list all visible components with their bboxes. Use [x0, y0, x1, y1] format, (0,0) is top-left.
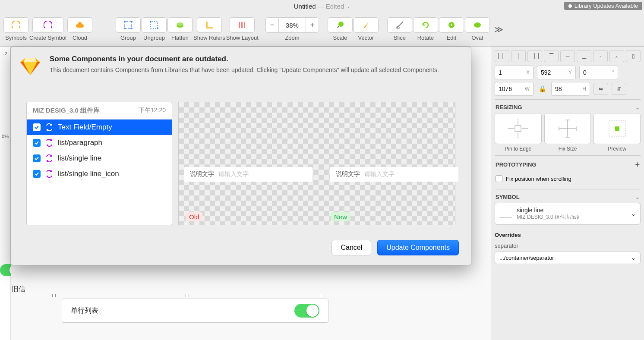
- align-center-h-button[interactable]: │: [511, 50, 526, 62]
- dot-icon: [568, 4, 572, 8]
- scale-label: Scale: [333, 35, 347, 41]
- rotate-label: Rotate: [417, 35, 434, 41]
- align-bottom-button[interactable]: ▁: [577, 50, 591, 62]
- resizing-header[interactable]: RESIZING⌄: [495, 99, 641, 113]
- zoom-out-button[interactable]: −: [265, 17, 278, 33]
- angle-input[interactable]: °: [579, 66, 618, 79]
- toolbar: Symbols Create Symbol Cloud Group Ungrou…: [0, 12, 644, 47]
- library-updates-badge[interactable]: Library Updates Available: [564, 2, 642, 10]
- component-item[interactable]: list/single line_icon: [27, 166, 172, 182]
- checkbox[interactable]: [33, 123, 41, 131]
- vector-label: Vector: [358, 35, 374, 41]
- row-toggle[interactable]: [294, 304, 319, 318]
- cloud-label: Cloud: [73, 35, 87, 41]
- align-right-button[interactable]: ▕▕: [527, 50, 542, 62]
- height-input[interactable]: H: [551, 82, 590, 96]
- symbol-selector[interactable]: single line MIZ DESIG_3.0 组件库/list/ ⌄: [495, 203, 641, 225]
- symbol-path: MIZ DESIG_3.0 组件库/list/: [517, 214, 627, 221]
- toolbar-overflow-button[interactable]: ≫: [491, 24, 507, 35]
- svg-point-2: [131, 21, 133, 22]
- svg-rect-5: [151, 22, 158, 28]
- fix-size-control[interactable]: [544, 113, 591, 144]
- svg-rect-11: [241, 22, 243, 28]
- svg-point-16: [451, 24, 452, 26]
- component-item[interactable]: list/single line: [27, 151, 172, 166]
- group-button[interactable]: [116, 17, 141, 33]
- show-layout-label: Show Layout: [226, 35, 259, 41]
- checkbox[interactable]: [496, 175, 502, 182]
- checkbox[interactable]: [33, 154, 41, 162]
- lock-icon[interactable]: 🔓: [537, 85, 548, 92]
- show-layout-button[interactable]: [230, 17, 255, 33]
- update-components-dialog: Some Components in your document are out…: [10, 47, 471, 265]
- oval-button[interactable]: [465, 17, 490, 33]
- align-left-button[interactable]: ▏▏: [495, 50, 509, 62]
- edit-button[interactable]: [439, 17, 464, 33]
- zoom-in-button[interactable]: +: [306, 17, 319, 33]
- rotate-button[interactable]: [413, 17, 438, 33]
- ungroup-button[interactable]: [142, 17, 167, 33]
- symbol-header[interactable]: SYMBOL⌄: [495, 189, 641, 203]
- library-updates-label: Library Updates Available: [575, 3, 638, 9]
- svg-point-7: [157, 28, 158, 29]
- scale-button[interactable]: [328, 17, 353, 33]
- selection-handle[interactable]: [320, 294, 323, 297]
- cloud-button[interactable]: [67, 17, 92, 33]
- overrides-header: Overrides: [495, 232, 641, 238]
- component-item[interactable]: Text Field/Empty: [27, 120, 172, 135]
- flip-h-button[interactable]: ⇋: [593, 83, 608, 95]
- canvas-cut-label: 旧信: [12, 285, 25, 294]
- ruler-value: -2: [0, 51, 10, 56]
- svg-point-3: [124, 28, 126, 29]
- component-name: list/single line_icon: [58, 170, 119, 178]
- zoom-control[interactable]: − 38% +: [265, 17, 319, 33]
- override-separator-select[interactable]: .../container/separator ⌄: [495, 252, 641, 264]
- component-preview: 说明文字 请输入文字 说明文字 请输入文字 Old New: [178, 102, 455, 225]
- cancel-button[interactable]: Cancel: [331, 240, 371, 255]
- selection-handle[interactable]: [186, 294, 189, 297]
- list-row-label: 单行列表: [71, 306, 294, 315]
- new-badge: New: [331, 212, 350, 221]
- plus-icon[interactable]: +: [635, 160, 640, 169]
- width-input[interactable]: W: [495, 82, 534, 96]
- svg-point-1: [124, 21, 126, 22]
- symbols-button[interactable]: [3, 17, 28, 33]
- chevron-down-icon[interactable]: ⌄: [347, 4, 350, 9]
- canvas-list-row[interactable]: 单行列表: [62, 299, 328, 323]
- align-controls: ▏▏ │ ▕▕ ▔ ─ ▁ ⫞ ⫠ ▯: [495, 50, 641, 62]
- pin-to-edge-control[interactable]: [495, 113, 542, 144]
- symbol-name: single line: [517, 207, 627, 214]
- update-components-button[interactable]: Update Components: [377, 240, 459, 255]
- checkbox[interactable]: [33, 139, 41, 147]
- distribute-h-button[interactable]: ⫞: [593, 50, 608, 62]
- symbol-thumb-icon: [499, 211, 512, 217]
- chevron-down-icon: ⌄: [631, 211, 636, 217]
- slice-button[interactable]: [387, 17, 412, 33]
- fix-scroll-checkbox-row[interactable]: Fix position when scrolling: [495, 172, 641, 186]
- align-top-button[interactable]: ▔: [544, 50, 559, 62]
- component-item[interactable]: list/paragraph: [27, 135, 172, 151]
- flatten-button[interactable]: [167, 17, 193, 33]
- svg-point-9: [177, 22, 183, 26]
- resize-preview[interactable]: [593, 113, 641, 144]
- distribute-inset-button[interactable]: ▯: [626, 50, 641, 62]
- show-rulers-button[interactable]: [197, 17, 222, 33]
- create-symbol-button[interactable]: [32, 17, 63, 33]
- override-separator-label: separator: [495, 242, 641, 249]
- svg-rect-12: [244, 22, 245, 28]
- preview-new-field: 说明文字 请输入文字: [330, 167, 458, 182]
- fix-label: Fix Size: [544, 146, 591, 152]
- flip-v-button[interactable]: ⇵: [612, 83, 626, 95]
- vector-button[interactable]: [354, 17, 379, 33]
- x-input[interactable]: X: [495, 66, 534, 79]
- y-input[interactable]: Y: [537, 66, 576, 79]
- align-center-v-button[interactable]: ─: [560, 50, 575, 62]
- checkbox[interactable]: [33, 170, 41, 178]
- selection-handle[interactable]: [52, 294, 56, 297]
- distribute-v-button[interactable]: ⫠: [609, 50, 624, 62]
- prototyping-header[interactable]: PROTOTYPING+: [495, 155, 641, 172]
- zoom-value[interactable]: 38%: [278, 17, 306, 33]
- group-label: Group: [120, 35, 136, 41]
- sync-icon: [45, 123, 54, 132]
- edit-label: Edit: [447, 35, 456, 41]
